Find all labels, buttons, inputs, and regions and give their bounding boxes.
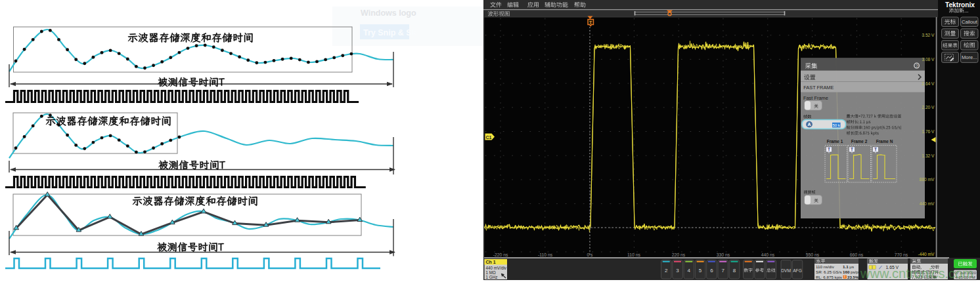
- svg-text:Callout: Callout: [962, 19, 978, 25]
- svg-text:Frame 2: Frame 2: [851, 139, 868, 144]
- svg-text:Frame 1: Frame 1: [827, 139, 843, 144]
- svg-text:DVM: DVM: [781, 268, 791, 273]
- svg-text:Frame N: Frame N: [876, 139, 893, 144]
- svg-text:440 mV/div: 440 mV/div: [486, 266, 507, 270]
- svg-text:880 mV: 880 mV: [920, 177, 935, 182]
- svg-text:C1: C1: [486, 135, 492, 140]
- svg-text:A: A: [807, 122, 811, 127]
- svg-text:660 ns: 660 ns: [850, 253, 864, 257]
- svg-text:220 ns: 220 ns: [672, 253, 686, 257]
- svg-text:T: T: [589, 20, 592, 25]
- svg-text:-220 ns: -220 ns: [493, 253, 508, 257]
- svg-text:5: 5: [699, 268, 702, 274]
- svg-text:3.08 V: 3.08 V: [922, 57, 935, 62]
- svg-text:1.1 μs: 1.1 μs: [843, 264, 854, 269]
- svg-text:T: T: [828, 147, 830, 152]
- svg-text:T: T: [851, 147, 853, 152]
- svg-text:23.5%: 23.5%: [847, 275, 859, 279]
- svg-text:-110 ns: -110 ns: [538, 253, 553, 257]
- svg-text:110 ns/div: 110 ns/div: [816, 264, 835, 269]
- svg-text:160 ps/pt: 160 ps/pt: [843, 270, 860, 274]
- svg-text:6: 6: [710, 268, 713, 274]
- svg-text:1 GHz: 1 GHz: [486, 275, 498, 279]
- svg-text:Try Snip & Sk: Try Snip & Sk: [363, 28, 416, 37]
- svg-text:AFG: AFG: [793, 268, 802, 273]
- svg-text:1.32 V: 1.32 V: [922, 153, 935, 158]
- svg-text:2.64 V: 2.64 V: [922, 81, 935, 86]
- svg-text:440 ns: 440 ns: [761, 253, 775, 257]
- svg-text:1 MΩ: 1 MΩ: [486, 270, 496, 275]
- svg-text:1.76 V: 1.76 V: [922, 129, 935, 134]
- svg-text:Tektronix: Tektronix: [945, 1, 975, 9]
- svg-text:Fast Frame: Fast Frame: [803, 95, 828, 101]
- svg-text:4: 4: [688, 268, 691, 274]
- svg-text:SR: 6.25 GS/s: SR: 6.25 GS/s: [816, 270, 842, 274]
- svg-text:440 mV: 440 mV: [920, 201, 935, 206]
- svg-text:110 ns: 110 ns: [627, 253, 641, 257]
- svg-text:3: 3: [676, 268, 679, 274]
- svg-text:RL: 6.875 kpts: RL: 6.875 kpts: [816, 275, 842, 279]
- svg-text:550 ns: 550 ns: [806, 253, 820, 257]
- svg-text:?: ?: [916, 64, 918, 68]
- svg-text:www.cntronics.com: www.cntronics.com: [860, 266, 973, 281]
- svg-text:50 k: 50 k: [833, 123, 841, 127]
- svg-text:Ch 1: Ch 1: [486, 260, 496, 264]
- svg-text:Windows logo: Windows logo: [361, 9, 416, 18]
- svg-text:770 ns: 770 ns: [895, 253, 908, 257]
- svg-text:7: 7: [721, 268, 724, 274]
- svg-text:2.20 V: 2.20 V: [922, 105, 935, 110]
- svg-text:T: T: [874, 147, 877, 152]
- svg-text:8: 8: [733, 268, 736, 274]
- svg-text:330 ns: 330 ns: [717, 253, 730, 257]
- svg-text:3.52 V: 3.52 V: [922, 33, 935, 37]
- svg-text:-440 mV: -440 mV: [918, 252, 935, 256]
- svg-text:2: 2: [665, 268, 668, 274]
- svg-text:More...: More...: [962, 54, 977, 60]
- svg-text:FAST FRAME: FAST FRAME: [803, 85, 834, 91]
